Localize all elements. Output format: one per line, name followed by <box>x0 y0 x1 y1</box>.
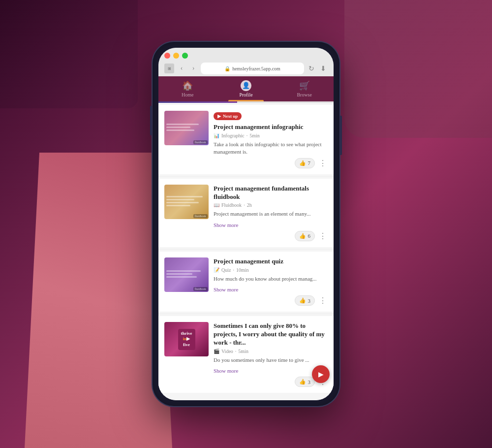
next-up-badge: ▶ Next up <box>214 112 242 120</box>
desk-bg <box>344 0 492 138</box>
browser-tab-row: ⊞ ‹ › 🔒 hemsleyfrazer.5app.com ↻ ⬇ <box>164 63 328 74</box>
like-icon-3: 👍 <box>299 297 306 304</box>
show-more-3[interactable]: Show more <box>214 287 238 292</box>
card-title-2: Project management fundamentals fluidboo… <box>214 185 328 201</box>
like-count-3: 3 <box>308 298 311 304</box>
thumb-label-3: fluidbook <box>193 287 208 291</box>
like-button-4[interactable]: 👍 3 <box>295 377 315 387</box>
lock-icon: 🔒 <box>224 66 230 71</box>
card-divider-1 <box>158 176 334 177</box>
card-footer-1: 👍 7 ⋮ <box>214 158 328 168</box>
card-duration-4: 5min <box>238 349 248 354</box>
card-description-3: How much do you know about project manag… <box>214 275 328 283</box>
tab-toggle-button[interactable]: ⊞ <box>164 64 174 73</box>
thrive-in-span: in <box>183 336 187 341</box>
app-navbar: 🏠 Home 👤 Profile 🛒 Browse <box>158 76 334 101</box>
like-icon-1: 👍 <box>299 160 306 166</box>
card-description-4: Do you sometimes only have time to give … <box>214 356 328 364</box>
thumbnail-1: fluidbook <box>164 111 209 145</box>
type-icon-1: 📊 <box>214 133 219 138</box>
thumb-line <box>166 199 194 200</box>
card-divider-2 <box>158 249 334 250</box>
floating-action-button[interactable]: ▶ <box>312 365 330 383</box>
card-description-1: Take a look at this infographic to see w… <box>214 141 328 156</box>
card-title-3: Project management quiz <box>214 257 328 266</box>
nav-item-home[interactable]: 🏠 Home <box>158 76 217 101</box>
reload-button[interactable]: ↻ <box>307 64 316 73</box>
nav-label-profile: Profile <box>239 92 252 97</box>
thumb-line <box>166 273 192 275</box>
like-button-2[interactable]: 👍 6 <box>295 231 315 241</box>
thumb-label-1: fluidbook <box>193 140 208 144</box>
thumb-line <box>166 196 203 197</box>
phone-screen: ⊞ ‹ › 🔒 hemsleyfrazer.5app.com ↻ ⬇ 🏠 Hom… <box>158 48 334 400</box>
like-button-1[interactable]: 👍 7 <box>295 158 315 168</box>
traffic-yellow[interactable] <box>173 53 179 59</box>
card-divider-3 <box>158 314 334 314</box>
bg-keyboard <box>0 0 138 108</box>
url-text: hemsleyfrazer.5app.com <box>232 66 280 71</box>
more-button-1[interactable]: ⋮ <box>318 158 328 168</box>
thumb-line <box>166 205 190 206</box>
home-icon: 🏠 <box>182 80 193 91</box>
meta-separator-3: · <box>233 267 234 273</box>
card-meta-2: 📖 Fluidbook · 2h <box>214 202 328 208</box>
content-card-1: fluidbook ▶ Next up Project management i… <box>158 105 334 174</box>
thumb-line <box>166 127 190 128</box>
card-type-4: Video <box>221 349 233 354</box>
show-more-4[interactable]: Show more <box>214 368 238 374</box>
thumb-line <box>166 202 199 203</box>
card-content-2: Project management fundamentals fluidboo… <box>214 185 328 241</box>
like-icon-4: 👍 <box>299 379 306 385</box>
nav-item-profile[interactable]: 👤 Profile <box>217 76 276 101</box>
thumb-line <box>166 124 199 125</box>
thumbnail-2: fluidbook <box>164 185 209 219</box>
traffic-green[interactable] <box>182 53 188 59</box>
more-button-2[interactable]: ⋮ <box>318 231 328 241</box>
card-description-2: Project management is an element of many… <box>214 210 328 218</box>
thumb-line <box>166 129 194 131</box>
thrive-logo-container: thrive in▶ five <box>164 322 209 356</box>
hand-behind <box>25 153 172 448</box>
thrive-logo: thrive in▶ five <box>178 329 195 350</box>
card-duration-3: 10min <box>236 267 249 273</box>
content-area[interactable]: fluidbook ▶ Next up Project management i… <box>158 103 334 400</box>
content-card-3: fluidbook Project management quiz 📝 Quiz… <box>158 252 334 312</box>
more-button-3[interactable]: ⋮ <box>318 296 328 306</box>
card-meta-3: 📝 Quiz · 10min <box>214 267 328 273</box>
next-up-label: Next up <box>223 114 238 119</box>
card-footer-4: 👍 3 ⋮ <box>214 377 328 387</box>
thrive-five-text: five <box>181 342 192 348</box>
thumbnail-4: thrive in▶ five <box>164 322 209 356</box>
card-content-1: ▶ Next up Project management infographic… <box>214 111 328 168</box>
card-footer-3: 👍 3 ⋮ <box>214 295 328 306</box>
meta-separator-2: · <box>244 202 245 208</box>
card-meta-4: 🎬 Video · 5min <box>214 349 328 354</box>
card-footer-2: 👍 6 ⋮ <box>214 231 328 241</box>
card-title-4: Sometimes I can only give 80% to project… <box>214 322 328 347</box>
type-icon-4: 🎬 <box>214 349 219 354</box>
nav-item-browse[interactable]: 🛒 Browse <box>275 76 334 101</box>
card-type-1: Infographic <box>221 133 245 138</box>
meta-separator-1: · <box>246 133 248 138</box>
card-duration-2: 2h <box>247 202 252 208</box>
type-icon-2: 📖 <box>214 202 219 208</box>
show-more-2[interactable]: Show more <box>214 222 238 228</box>
like-button-3[interactable]: 👍 3 <box>295 295 315 306</box>
download-button[interactable]: ⬇ <box>319 64 328 73</box>
content-card-2: fluidbook Project management fundamental… <box>158 179 334 247</box>
card-content-3: Project management quiz 📝 Quiz · 10min H… <box>214 257 328 306</box>
browser-forward-button[interactable]: › <box>189 64 198 73</box>
meta-separator-4: · <box>235 349 237 354</box>
browser-back-button[interactable]: ‹ <box>177 64 186 73</box>
card-title-1: Project management infographic <box>214 123 328 131</box>
card-duration-1: 5min <box>249 133 260 138</box>
url-bar[interactable]: 🔒 hemsleyfrazer.5app.com <box>201 63 304 74</box>
thumb-label-2: fluidbook <box>193 214 208 218</box>
traffic-red[interactable] <box>164 53 170 59</box>
card-type-3: Quiz <box>221 267 231 273</box>
play-icon: ▶ <box>217 114 221 119</box>
profile-icon: 👤 <box>241 80 251 91</box>
thrive-in-text: in▶ <box>181 336 192 342</box>
thumb-line <box>166 270 201 272</box>
